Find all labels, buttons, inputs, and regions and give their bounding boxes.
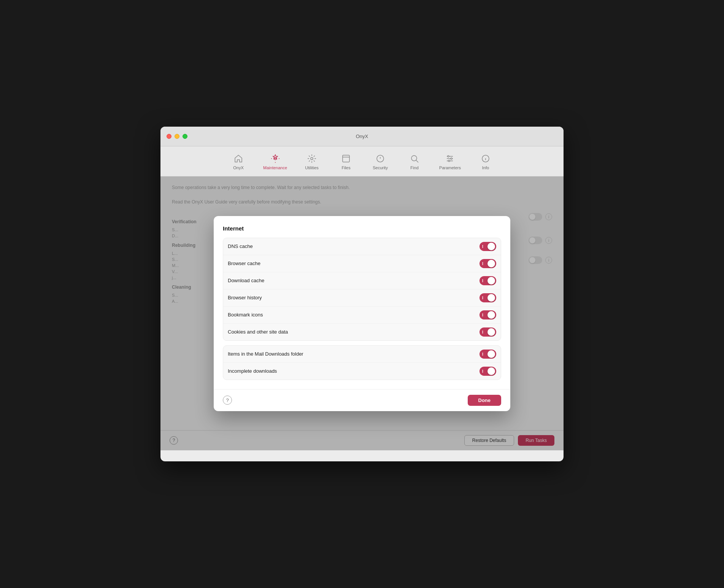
titlebar: OnyX bbox=[160, 127, 564, 146]
browser-cache-toggle[interactable] bbox=[479, 259, 496, 268]
internet-modal: Internet DNS cache bbox=[214, 216, 510, 411]
find-icon bbox=[409, 153, 420, 164]
cookies-label: Cookies and other site data bbox=[228, 329, 288, 335]
bookmark-icons-label: Bookmark icons bbox=[228, 312, 263, 318]
incomplete-downloads-toggle[interactable] bbox=[479, 367, 496, 376]
download-cache-label: Download cache bbox=[228, 278, 264, 283]
toolbar-item-find[interactable]: Find bbox=[397, 151, 432, 172]
toolbar-label-maintenance: Maintenance bbox=[263, 165, 287, 170]
download-cache-toggle[interactable] bbox=[479, 276, 496, 285]
toolbar-item-files[interactable]: Files bbox=[329, 151, 363, 172]
modal-overlay: Internet DNS cache bbox=[160, 176, 564, 450]
toolbar-label-parameters: Parameters bbox=[439, 165, 461, 170]
svg-point-5 bbox=[448, 156, 449, 157]
close-button[interactable] bbox=[167, 134, 171, 139]
toggle-row-mail-downloads: Items in the Mail Downloads folder bbox=[223, 346, 501, 363]
svg-point-6 bbox=[451, 158, 452, 159]
svg-point-4 bbox=[411, 156, 417, 161]
toolbar-label-find: Find bbox=[410, 165, 418, 170]
toolbar-item-security[interactable]: Security bbox=[363, 151, 397, 172]
modal-section-mail: Items in the Mail Downloads folder Incom… bbox=[223, 345, 501, 380]
toolbar-item-onyx[interactable]: OnyX bbox=[221, 151, 256, 172]
browser-history-toggle[interactable] bbox=[479, 293, 496, 302]
mail-downloads-toggle[interactable] bbox=[479, 350, 496, 359]
minimize-button[interactable] bbox=[175, 134, 179, 139]
toolbar-label-files: Files bbox=[341, 165, 350, 170]
modal-done-button[interactable]: Done bbox=[468, 395, 502, 406]
maximize-button[interactable] bbox=[183, 134, 187, 139]
dns-cache-label: DNS cache bbox=[228, 243, 253, 249]
toolbar-item-utilities[interactable]: Utilities bbox=[295, 151, 329, 172]
window-title: OnyX bbox=[356, 133, 368, 139]
modal-help-button[interactable]: ? bbox=[223, 396, 232, 405]
parameters-icon bbox=[445, 153, 455, 164]
cookies-toggle[interactable] bbox=[479, 327, 496, 337]
toggle-row-dns-cache: DNS cache bbox=[223, 238, 501, 255]
main-content: Some operations take a very long time to… bbox=[160, 176, 564, 450]
dns-cache-toggle[interactable] bbox=[479, 242, 496, 251]
modal-footer: ? Done bbox=[214, 389, 510, 411]
toggle-row-incomplete-downloads: Incomplete downloads bbox=[223, 363, 501, 380]
files-icon bbox=[341, 153, 351, 164]
toolbar-label-info: Info bbox=[482, 165, 489, 170]
info-toolbar-icon bbox=[480, 153, 491, 164]
svg-rect-2 bbox=[343, 155, 349, 162]
toolbar: OnyX Maintenance Utilities bbox=[160, 146, 564, 176]
browser-cache-label: Browser cache bbox=[228, 261, 260, 266]
toggle-row-browser-cache: Browser cache bbox=[223, 255, 501, 272]
modal-body: Internet DNS cache bbox=[214, 216, 510, 389]
toolbar-item-maintenance[interactable]: Maintenance bbox=[256, 151, 295, 172]
toolbar-item-info[interactable]: Info bbox=[468, 151, 503, 172]
modal-section-browser: DNS cache Browser cache bbox=[223, 238, 501, 341]
svg-point-1 bbox=[311, 157, 313, 160]
security-icon bbox=[375, 153, 386, 164]
toolbar-label-security: Security bbox=[373, 165, 388, 170]
bookmark-icons-toggle[interactable] bbox=[479, 310, 496, 319]
svg-point-7 bbox=[448, 160, 450, 162]
main-window: OnyX OnyX Maintenance bbox=[160, 127, 564, 461]
maintenance-icon bbox=[270, 153, 281, 164]
mail-downloads-label: Items in the Mail Downloads folder bbox=[228, 351, 303, 357]
modal-title: Internet bbox=[223, 225, 501, 232]
toggle-row-browser-history: Browser history bbox=[223, 289, 501, 307]
toolbar-item-parameters[interactable]: Parameters bbox=[432, 151, 468, 172]
window-controls bbox=[167, 134, 187, 139]
utilities-icon bbox=[306, 153, 317, 164]
toggle-row-bookmark-icons: Bookmark icons bbox=[223, 307, 501, 324]
browser-history-label: Browser history bbox=[228, 295, 262, 300]
incomplete-downloads-label: Incomplete downloads bbox=[228, 368, 277, 374]
toolbar-label-utilities: Utilities bbox=[305, 165, 318, 170]
toggle-row-cookies: Cookies and other site data bbox=[223, 324, 501, 340]
toggle-row-download-cache: Download cache bbox=[223, 272, 501, 289]
toolbar-label-onyx: OnyX bbox=[233, 165, 244, 170]
home-icon bbox=[233, 153, 244, 164]
